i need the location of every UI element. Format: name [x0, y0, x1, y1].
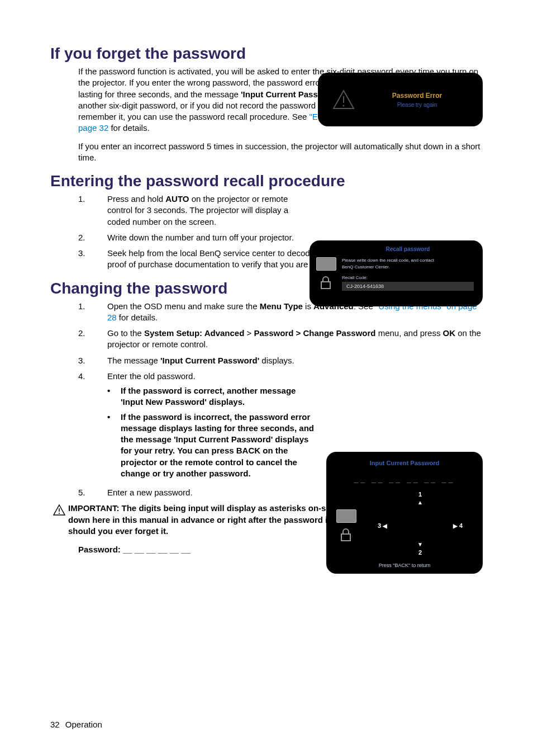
text: Go to the	[107, 328, 144, 338]
text: for details.	[108, 123, 149, 133]
sub-bullet-list: •If the password is correct, another mes…	[107, 385, 315, 479]
input-current-password-label: 'Input Current Password'	[160, 356, 259, 365]
recall-line1: Please write down the recall code, and c…	[342, 258, 474, 263]
text: Enter the old password.	[107, 371, 196, 381]
list-item: 1. Press and hold AUTO on the projector …	[78, 193, 483, 228]
ok-label: OK	[443, 328, 456, 338]
heading-recall-procedure: Entering the password recall procedure	[50, 172, 483, 190]
dpad-right: ▶4	[453, 522, 463, 529]
text: >	[244, 328, 254, 338]
heading-forget-password: If you forget the password	[50, 45, 483, 63]
lock-icon	[318, 275, 333, 290]
password-dashes: __ __ __ __ __ __	[336, 474, 473, 483]
step-number: 4.	[78, 371, 107, 483]
error-subtitle: Please try again	[366, 102, 468, 108]
caution-triangle-icon	[50, 503, 68, 516]
bullet-item: •If the password is correct, another mes…	[107, 385, 315, 408]
arrow-up-icon: ▲	[417, 499, 423, 505]
auto-label: AUTO	[165, 194, 189, 204]
recall-code-value: CJ-2014-541638	[342, 282, 474, 291]
svg-rect-3	[321, 282, 330, 289]
input-password-title: Input Current Password	[336, 460, 473, 466]
recall-password-panel: Recall password Please write down the re…	[310, 240, 483, 306]
digit: 1	[418, 491, 422, 498]
svg-point-6	[59, 513, 60, 514]
back-instruction: Press "BACK" to return	[336, 563, 473, 568]
digit: 4	[459, 522, 463, 529]
forget-password-paragraph-2: If you enter an incorrect password 5 tim…	[78, 141, 483, 164]
dpad-up: 1▲	[417, 491, 423, 505]
recall-code-label: Recall Code:	[342, 275, 474, 280]
step-number: 3.	[78, 355, 107, 366]
password-error-panel: Password Error Please try again	[318, 73, 483, 126]
step-number: 2.	[78, 232, 107, 243]
bullet-item: •If the password is incorrect, the passw…	[107, 412, 315, 480]
dpad-down: 2▼	[417, 541, 423, 556]
svg-point-2	[343, 105, 345, 107]
bullet-icon: •	[107, 412, 121, 480]
error-title: Password Error	[366, 92, 468, 100]
password-path-label: Password > Change Password	[254, 328, 375, 338]
bullet-icon: •	[107, 385, 121, 408]
text: Press and hold	[107, 194, 165, 204]
arrow-right-icon: ▶	[453, 523, 458, 529]
digit: 3	[378, 522, 381, 529]
page-number: 32	[50, 720, 60, 729]
step-number: 3.	[78, 248, 107, 271]
list-item: 2. Go to the System Setup: Advanced > Pa…	[78, 328, 483, 351]
text: Open the OSD menu and make sure the	[107, 301, 260, 311]
input-password-panel: Input Current Password __ __ __ __ __ __…	[326, 452, 483, 574]
list-item: 3. The message 'Input Current Password' …	[78, 355, 483, 366]
direction-pad: 1▲ 2▼ 3◀ ▶4	[368, 491, 473, 560]
digit: 2	[418, 549, 422, 556]
step-number: 1.	[78, 193, 107, 228]
text: displays.	[259, 356, 294, 365]
step-number: 2.	[78, 328, 107, 351]
text: If the password is incorrect, the passwo…	[121, 412, 315, 480]
arrow-left-icon: ◀	[383, 523, 387, 529]
page-footer: 32 Operation	[50, 720, 102, 729]
warning-triangle-icon	[332, 88, 355, 111]
footer-label: Operation	[65, 720, 102, 729]
svg-rect-7	[341, 534, 350, 541]
arrow-down-icon: ▼	[417, 541, 423, 547]
menu-type-label: Menu Type	[260, 301, 303, 311]
lock-icon	[339, 527, 353, 542]
text: The message	[107, 356, 160, 365]
text: If the password is correct, another mess…	[121, 385, 315, 408]
dpad-left: 3◀	[378, 522, 387, 529]
ticket-icon	[336, 509, 356, 523]
ticket-icon	[316, 257, 336, 271]
recall-title: Recall password	[342, 246, 474, 252]
recall-line2: BenQ Customer Center.	[342, 264, 474, 270]
step-number: 1.	[78, 301, 107, 324]
step-number: 5.	[78, 487, 107, 498]
text: menu, and press	[375, 328, 442, 338]
text: for details.	[117, 313, 158, 322]
system-setup-label: System Setup: Advanced	[144, 328, 245, 338]
